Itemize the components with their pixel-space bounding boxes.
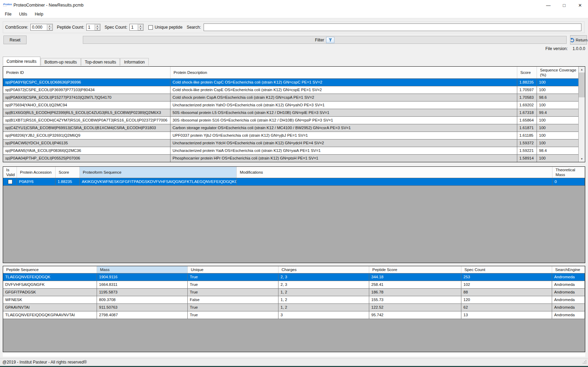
cell-protein-description: UPF0337 protein YjbJ OS=Escherichia coli… (170, 132, 517, 139)
spec-count-stepper[interactable]: 1 ▲▼ (129, 24, 144, 31)
column-header-unique[interactable]: Unique (188, 266, 278, 273)
reset-button[interactable]: Reset (3, 36, 27, 44)
spin-up-icon[interactable]: ▲ (95, 25, 100, 27)
cell-protein-id: sp|P75694|YAHO_ECOLI|Q2MC94 (3, 102, 170, 109)
scrollbar-thumb[interactable] (579, 73, 585, 97)
column-header-proteoform-sequence[interactable]: Proteoform Sequence (80, 167, 237, 178)
column-header-is-valid[interactable]: Is Valid (3, 167, 17, 178)
proteoforms-table: Is ValidProtein AccessionScoreProteoform… (3, 166, 585, 263)
cell-spec-count: 102 (461, 281, 552, 288)
table-row[interactable]: sp|P0A9Y6|CSPC_ECOLI|O68636|P36996Cold s… (3, 79, 579, 86)
menu-file[interactable]: File (1, 10, 15, 18)
cell-peptide-score: 122.52 (369, 304, 461, 311)
comb-score-stepper[interactable]: 0.000 ▲▼ (30, 24, 53, 31)
return-button[interactable]: Return (570, 35, 587, 45)
tab-combine-results[interactable]: Combine results (3, 57, 40, 66)
filter-button[interactable]: Filter (83, 36, 567, 44)
peptide-count-value: 1 (87, 24, 94, 30)
menu-bar: File Utils Help (0, 10, 588, 18)
table-row[interactable]: TLAEGQNVEFEIQDGQK1904.9116True2, 3344.18… (3, 273, 585, 281)
column-header-protein-description[interactable]: Protein Description (170, 67, 517, 78)
cell-peptide-sequence: GPAAVNVTAI (3, 304, 97, 311)
filter-funnel-icon (326, 37, 334, 43)
spec-count-spin-buttons[interactable]: ▲▼ (137, 24, 143, 30)
cell-sequence-coverage: 98.4 (537, 147, 579, 154)
cell-protein-description: Phosphocarrier protein HPr OS=Escherichi… (170, 155, 517, 162)
is-valid-checkbox[interactable] (8, 180, 12, 184)
spin-down-icon[interactable]: ▼ (138, 28, 143, 30)
column-header-modifications[interactable]: Modifications (237, 167, 552, 178)
column-header-spec-count[interactable]: Spec Count (461, 266, 552, 273)
unique-peptide-checkbox[interactable] (148, 25, 153, 30)
app-logo-icon: Proteo≈≈≈ (3, 2, 11, 9)
table-row[interactable]: sp|P75694|YAHO_ECOLI|Q2MC94Uncharacteriz… (3, 102, 579, 109)
search-input[interactable] (204, 23, 581, 31)
cell-mass: 911.50763 (97, 304, 188, 311)
table-row[interactable]: sp|B1XBT1|RS16_ECODH|C4ZYM7|RS16_ECOBW|P… (3, 117, 579, 124)
table-row[interactable]: GFGFITPADGSK1195.5873True1, 2186.7888And… (3, 289, 585, 296)
column-header-peptide-score[interactable]: Peptide Score (369, 266, 461, 273)
cell-unique: True (188, 311, 278, 319)
column-header-score[interactable]: Score (517, 67, 537, 78)
cell-searchengine: Andromeda (552, 273, 585, 281)
cell-sequence-coverage: 98.6 (537, 94, 579, 101)
window-title: ProteoCombiner - NewResults.pcmb (13, 3, 84, 8)
cell-protein-id: sp|C4ZYU1|CSRA_ECOBW|P69913|CSRA_ECOLI|B… (3, 124, 170, 132)
cell-sequence-coverage: 100 (537, 79, 579, 86)
column-header-charges[interactable]: Charges (278, 266, 369, 273)
cell-peptide-sequence: WFNESK (3, 296, 97, 303)
column-header-searchengine[interactable]: SearchEngine (552, 266, 585, 273)
table-row[interactable]: sp|P0ACW6|YDCH_ECOLI|P46135Uncharacteriz… (3, 139, 579, 147)
spin-down-icon[interactable]: ▼ (95, 28, 100, 30)
resize-grip-icon[interactable] (582, 359, 587, 364)
table-row[interactable]: sp|P0AAN5|YAIA_ECOLI|P08366|Q2MC36Unchar… (3, 147, 579, 155)
table-row[interactable]: sp|B1X6G0|RL5_ECODH|P62399|RL5_ECOLI|C4Z… (3, 109, 579, 117)
unique-peptide-label: Unique peptide (155, 25, 183, 30)
cell-is-valid (3, 178, 17, 185)
cell-protein-description: 50S ribosomal protein L5 OS=Escherichia … (170, 109, 517, 116)
tab-bottom-up-results[interactable]: Bottom-up results (41, 58, 81, 66)
table-row[interactable]: sp|C4ZYU1|CSRA_ECOBW|P69913|CSRA_ECOLI|B… (3, 124, 579, 132)
column-header-protein-accession[interactable]: Protein Accession (17, 167, 56, 178)
column-header-theoretical-mass[interactable]: Theoretical Mass (552, 167, 585, 178)
cell-peptide-score: 95.742 (369, 311, 461, 319)
menu-utils[interactable]: Utils (15, 10, 31, 18)
table-row[interactable]: P0A9Y61.88235AKIKGQVKWFNESKGFGFITPADGSKD… (3, 178, 585, 186)
table-row[interactable]: DVFVHFSAIQGNGFK1664.8311True2, 3258.4110… (3, 281, 585, 289)
minimize-button[interactable]: — (540, 0, 556, 10)
scroll-up-icon[interactable]: ▲ (579, 67, 585, 73)
spin-up-icon[interactable]: ▲ (138, 25, 143, 27)
return-button-label: Return (576, 38, 588, 42)
peptide-count-spin-buttons[interactable]: ▲▼ (94, 24, 100, 30)
table-row[interactable]: TLAEGQNVEFEIQDGQKGPAAVNVTAI2798.4087True… (3, 311, 585, 319)
table-row[interactable]: sp|P0A972|CSPE_ECOLI|P36997|P77103|P8043… (3, 86, 579, 94)
column-header-score[interactable]: Score (56, 167, 80, 178)
table-row[interactable]: sp|P0AA04|PTHP_ECOLI|P05525|P07006Phosph… (3, 155, 579, 162)
cell-unique: True (188, 289, 278, 296)
cell-score: 1.67318 (517, 109, 537, 116)
cell-protein-description: Cold shock protein CspA OS=Escherichia c… (170, 94, 517, 101)
comb-score-spin-buttons[interactable]: ▲▼ (47, 24, 52, 30)
table-row[interactable]: WFNESK809.3708False1, 2155.73120Andromed… (3, 296, 585, 304)
table-row[interactable]: sp|P0A9X9|CSPA_ECOLI|P15277|P37410|Q2M7L… (3, 94, 579, 102)
tab-top-down-results[interactable]: Top-down results (81, 58, 120, 66)
cell-charges: 1, 2 (278, 289, 369, 296)
column-header-peptide-sequence[interactable]: Peptide Sequence (3, 266, 97, 273)
peptide-count-stepper[interactable]: 1 ▲▼ (86, 24, 100, 31)
vertical-scrollbar[interactable]: ▲ ▼ (578, 67, 585, 162)
table-body: sp|P0A9Y6|CSPC_ECOLI|O68636|P36996Cold s… (3, 79, 579, 162)
maximize-button[interactable]: □ (556, 0, 572, 10)
spin-down-icon[interactable]: ▼ (47, 28, 52, 30)
table-row[interactable]: sp|P68206|YJBJ_ECOLI|P32691|Q2M6Q9UPF033… (3, 132, 579, 139)
column-header-protein-id[interactable]: Protein ID (3, 67, 170, 78)
column-header-mass[interactable]: Mass (97, 266, 188, 273)
close-button[interactable]: ✕ (572, 0, 588, 10)
table-row[interactable]: GPAAVNVTAI911.50763True1, 2122.5262Andro… (3, 304, 585, 311)
filter-button-label: Filter (315, 38, 324, 42)
spin-up-icon[interactable]: ▲ (47, 25, 52, 27)
file-version: File version: 1.0.0.0 (546, 46, 585, 51)
scroll-down-icon[interactable]: ▼ (579, 156, 585, 162)
column-header-sequence-coverage[interactable]: Sequence Coverage (%) (537, 67, 579, 78)
tab-information[interactable]: Information (120, 58, 148, 66)
menu-help[interactable]: Help (31, 10, 47, 18)
